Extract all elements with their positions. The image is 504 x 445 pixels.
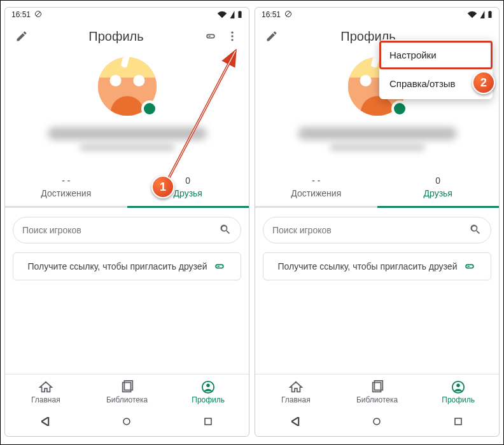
status-bar: 16:51 — [255, 8, 499, 22]
invite-link-icon — [463, 260, 476, 273]
svg-rect-17 — [488, 11, 491, 18]
tab-achievements[interactable]: - - Достижения — [255, 170, 377, 206]
nav-home-label: Главная — [31, 395, 60, 404]
tab-achievements-label: Достижения — [41, 188, 91, 198]
nav-profile[interactable]: Профиль — [417, 374, 499, 409]
tab-friends-label: Друзья — [424, 188, 452, 198]
sys-home[interactable] — [372, 417, 381, 428]
svg-line-1 — [36, 12, 40, 16]
content: - - Достижения 0 Друзья Получите ссылку,… — [255, 51, 499, 374]
nav-profile-label: Профиль — [192, 395, 225, 404]
tab-friends[interactable]: 0 Друзья — [377, 170, 500, 206]
phone-right: 16:51 Профиль Настройки Справка/отзыв — [255, 7, 500, 437]
bottom-nav: Главная Библиотека Профиль — [5, 374, 249, 409]
svg-point-4 — [231, 32, 233, 34]
callout-2: 2 — [472, 71, 495, 94]
search-input[interactable] — [272, 225, 469, 235]
svg-rect-12 — [205, 418, 211, 425]
presence-dot — [141, 100, 158, 117]
callout-1: 1 — [151, 175, 174, 198]
subtitle-blurred — [80, 144, 175, 151]
signal-icon — [480, 11, 485, 18]
svg-rect-24 — [455, 418, 461, 425]
nav-library[interactable]: Библиотека — [87, 374, 168, 409]
nav-home-label: Главная — [281, 395, 311, 404]
tab-friends-value: 0 — [377, 175, 500, 186]
invite-label: Получите ссылку, чтобы пригласить друзей — [278, 261, 458, 271]
sys-recent[interactable] — [454, 417, 463, 428]
dnd-icon — [284, 10, 292, 20]
sys-back[interactable] — [291, 417, 300, 428]
sys-recent[interactable] — [204, 417, 213, 428]
dnd-icon — [34, 10, 42, 20]
search-field[interactable] — [263, 217, 491, 243]
status-time: 16:51 — [262, 10, 281, 19]
tab-achievements-value: - - — [255, 175, 377, 186]
subtitle-blurred — [330, 144, 425, 151]
more-icon[interactable] — [223, 27, 241, 45]
svg-point-23 — [374, 418, 380, 425]
tab-achievements[interactable]: - - Достижения — [5, 170, 127, 206]
tab-indicator — [377, 206, 500, 208]
wifi-icon — [217, 11, 227, 18]
nav-library-label: Библиотека — [356, 395, 398, 404]
invite-label: Получите ссылку, чтобы пригласить друзей — [28, 261, 207, 271]
system-nav — [5, 409, 249, 436]
nav-home[interactable]: Главная — [5, 374, 87, 409]
content: - - Достижения 0 Друзья Получите ссылку,… — [5, 51, 249, 374]
edit-icon[interactable] — [13, 27, 31, 45]
tab-achievements-label: Достижения — [291, 188, 341, 198]
status-bar: 16:51 — [5, 8, 249, 22]
tab-friends[interactable]: 0 Друзья — [127, 170, 249, 206]
svg-point-6 — [231, 39, 233, 41]
username-blurred — [48, 127, 207, 140]
svg-point-5 — [231, 35, 233, 37]
search-icon — [219, 223, 232, 238]
wifi-icon — [467, 11, 477, 18]
svg-rect-2 — [238, 11, 241, 18]
edit-icon[interactable] — [263, 27, 281, 45]
svg-point-22 — [456, 383, 460, 387]
presence-dot — [391, 100, 408, 117]
search-icon — [469, 223, 482, 238]
svg-rect-3 — [239, 11, 241, 11]
tab-friends-label: Друзья — [174, 188, 202, 198]
battery-icon — [487, 11, 493, 18]
sys-home[interactable] — [122, 417, 131, 428]
signal-icon — [230, 11, 235, 18]
tab-achievements-value: - - — [5, 175, 127, 186]
username-blurred — [298, 127, 457, 140]
app-bar: Профиль — [5, 22, 249, 51]
phone-left: 16:51 Профиль — [4, 7, 249, 437]
link-icon[interactable] — [202, 27, 220, 45]
nav-library[interactable]: Библиотека — [337, 374, 418, 409]
svg-point-11 — [123, 418, 130, 425]
search-field[interactable] — [13, 217, 241, 243]
system-nav — [255, 409, 499, 436]
invite-link-icon — [213, 260, 226, 273]
nav-library-label: Библиотека — [106, 395, 148, 404]
menu-settings[interactable]: Настройки — [379, 41, 493, 69]
svg-rect-18 — [489, 11, 491, 11]
nav-profile[interactable]: Профиль — [167, 374, 249, 409]
battery-icon — [237, 11, 242, 18]
nav-home[interactable]: Главная — [255, 374, 337, 409]
tab-friends-value: 0 — [127, 175, 249, 186]
search-input[interactable] — [22, 225, 219, 235]
tab-indicator — [127, 206, 249, 208]
sys-back[interactable] — [41, 417, 50, 428]
invite-banner[interactable]: Получите ссылку, чтобы пригласить друзей — [13, 252, 241, 280]
invite-banner[interactable]: Получите ссылку, чтобы пригласить друзей — [263, 252, 491, 280]
svg-line-16 — [286, 12, 290, 16]
nav-profile-label: Профиль — [442, 395, 475, 404]
page-title: Профиль — [31, 29, 202, 44]
bottom-nav: Главная Библиотека Профиль — [255, 374, 499, 409]
svg-point-10 — [206, 383, 210, 387]
status-time: 16:51 — [11, 10, 31, 19]
